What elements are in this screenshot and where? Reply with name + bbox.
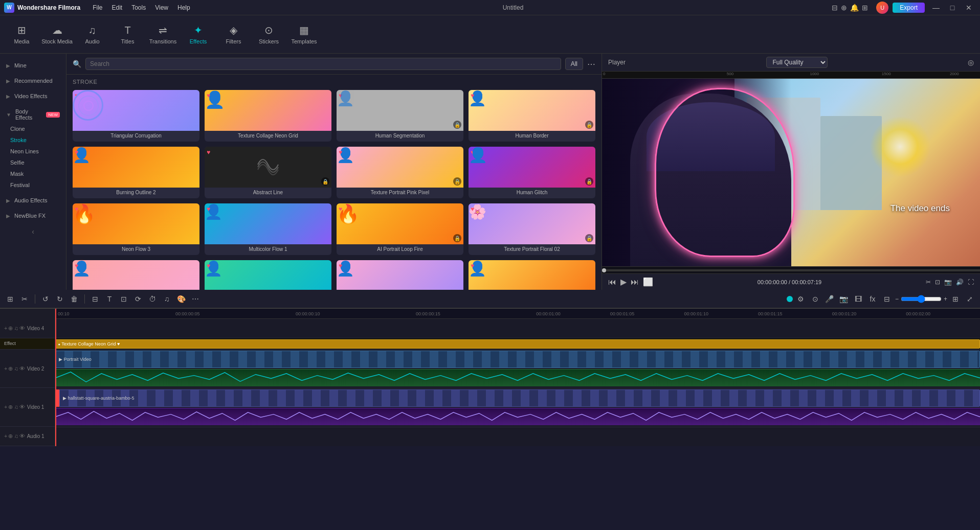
effect-card-neon-flow[interactable]: ♥ 🔥 Neon Flow 3 [73, 203, 199, 255]
track-a1-copy-icon[interactable]: ⊕ [8, 433, 13, 440]
effect-card-row4a[interactable]: ♥ 👤 [73, 260, 199, 290]
preview-icon-1[interactable]: ◎ [968, 58, 974, 66]
more-options-icon[interactable]: ⋯ [587, 59, 595, 69]
volume-icon[interactable]: 🔊 [956, 279, 964, 286]
snapshot-icon[interactable]: 📷 [944, 279, 952, 286]
tool-audio[interactable]: ♫ Audio [76, 18, 109, 51]
tl-film-icon[interactable]: 🎞 [852, 293, 864, 305]
tool-effects[interactable]: ✦ Effects [182, 18, 215, 51]
nav-icon-4[interactable]: ⊞ [862, 4, 868, 12]
track-copy-icon[interactable]: ⊕ [8, 325, 13, 332]
track-v2-eye-icon[interactable]: 👁 [19, 365, 25, 372]
sidebar-group-body-effects-header[interactable]: ▼ Body Effects NEW [0, 106, 66, 123]
tool-stock[interactable]: ☁ Stock Media [40, 18, 74, 51]
playhead[interactable] [55, 309, 56, 446]
effect-card-burning[interactable]: ♥ 👤 Burning Outline 2 [73, 147, 199, 198]
sidebar-item-festival[interactable]: Festival [0, 179, 66, 191]
effect-card-human-glitch[interactable]: ♥ 🔒 👤 👤 Human Glitch [469, 147, 595, 198]
menu-help[interactable]: Help [173, 3, 194, 12]
tl-speed-icon[interactable]: ⏱ [146, 293, 159, 305]
zoom-out-icon[interactable]: − [895, 295, 899, 303]
sidebar-item-clone[interactable]: Clone [0, 123, 66, 134]
close-button[interactable]: ✕ [962, 3, 976, 13]
nav-icon-3[interactable]: 🔔 [850, 4, 859, 12]
effect-card-human-seg[interactable]: ♥ 🔒 👤 Human Segmentation [337, 90, 463, 142]
crop-icon[interactable]: ⊡ [935, 279, 940, 286]
sidebar-group-video-effects-header[interactable]: ▶ Video Effects [0, 90, 66, 102]
track-a1-audio-toggle[interactable]: ♫ [14, 433, 18, 440]
skip-forward-button[interactable]: ⏭ [631, 278, 639, 287]
track-add-icon[interactable]: + [4, 325, 7, 332]
track-eye-icon[interactable]: 👁 [19, 325, 25, 332]
effect-card-row4c[interactable]: ♥ 👤 [337, 260, 463, 290]
tl-redo-icon[interactable]: ↻ [54, 293, 66, 305]
fullscreen-icon[interactable]: ⛶ [968, 279, 974, 286]
sidebar-group-mine-header[interactable]: ▶ Mine [0, 60, 66, 71]
tl-cut-icon[interactable]: ✂ [18, 293, 31, 305]
tool-titles[interactable]: T Titles [111, 18, 144, 51]
track-v1-add-icon[interactable]: + [4, 404, 7, 410]
tl-undo-icon[interactable]: ↺ [39, 293, 52, 305]
tl-text-icon[interactable]: T [103, 293, 116, 305]
tl-mic-icon[interactable]: 🎤 [823, 293, 836, 305]
effect-card-row4d[interactable]: ♥ 👤 [469, 260, 595, 290]
tool-stickers[interactable]: ⊙ Stickers [252, 18, 285, 51]
zoom-slider[interactable] [901, 295, 942, 303]
tl-subtitle-icon[interactable]: ⊟ [881, 293, 893, 305]
effect-card-texture-floral[interactable]: ♥ 🔒 🌸 Texture Portrait Floral 02 [469, 203, 595, 255]
tl-audio-icon[interactable]: ♫ [161, 293, 173, 305]
nav-icon-2[interactable]: ⊕ [841, 4, 847, 12]
track-v2-copy-icon[interactable]: ⊕ [8, 365, 13, 372]
tl-shield-icon[interactable]: ⊙ [809, 293, 821, 305]
search-input[interactable] [85, 58, 561, 70]
tool-templates[interactable]: ▦ Templates [287, 18, 321, 51]
scrubber-handle[interactable] [602, 268, 606, 272]
nav-icon-1[interactable]: ⊟ [832, 4, 838, 12]
panel-collapse-toggle[interactable]: ‹ [0, 227, 66, 236]
filter-all-button[interactable]: All [565, 58, 583, 70]
minimize-button[interactable]: — [929, 3, 943, 13]
effect-card-row4b[interactable]: ♥ 👤 [205, 260, 331, 290]
sidebar-group-newblue-header[interactable]: ▶ NewBlue FX [0, 210, 66, 221]
tool-transitions[interactable]: ⇌ Transitions [146, 18, 180, 51]
effect-card-triangular[interactable]: ♥ Triangular Corrugation [73, 90, 199, 142]
sidebar-group-audio-effects-header[interactable]: ▶ Audio Effects [0, 195, 66, 206]
track-v2-add-icon[interactable]: + [4, 365, 7, 372]
zoom-in-icon[interactable]: + [944, 295, 947, 303]
sidebar-item-mask[interactable]: Mask [0, 168, 66, 179]
play-button[interactable]: ▶ [620, 277, 627, 287]
tl-more-icon[interactable]: ⋯ [189, 293, 202, 305]
stop-button[interactable]: ⬜ [643, 277, 653, 287]
menu-file[interactable]: File [88, 3, 106, 12]
menu-view[interactable]: View [151, 3, 172, 12]
tl-crop-icon[interactable]: ⊡ [118, 293, 130, 305]
timeline-tracks-area[interactable]: 00:10 00:00:00:05 00:00:00:10 00:00:00:1… [55, 309, 980, 446]
track-a1-add-icon[interactable]: + [4, 433, 7, 440]
tl-grid-icon[interactable]: ⊞ [949, 293, 962, 305]
track-v2-audio-toggle[interactable]: ♫ [14, 365, 18, 372]
cut-icon[interactable]: ✂ [926, 279, 931, 286]
sidebar-item-selfie[interactable]: Selfie [0, 157, 66, 168]
tl-expand-icon[interactable]: ⤢ [964, 293, 976, 305]
effect-card-texture-collage[interactable]: ♥ 👤 Texture Collage Neon Grid [205, 90, 331, 142]
video1-main-clip[interactable]: ▶ hallstatt-square-austria-bambo-5 [59, 389, 980, 407]
tool-media[interactable]: ⊞ Media [5, 18, 38, 51]
effect-clip-texture[interactable]: ⬥ Texture Collage Neon Grid ♥ [55, 339, 980, 349]
video2-top-clip[interactable]: ▶ Portrait Video [55, 351, 980, 368]
effect-card-multicolor[interactable]: ♥ 👤 Multicolor Flow 1 [205, 203, 331, 255]
tl-record-icon[interactable] [787, 296, 793, 302]
effect-card-pink-pixel[interactable]: ♥ 🔒 👤 Texture Portrait Pink Pixel [337, 147, 463, 198]
effect-card-abstract[interactable]: ♥ 🔒 Abstract Line [205, 147, 331, 198]
track-v1-audio-toggle[interactable]: ♫ [14, 404, 18, 410]
track-a1-eye-icon[interactable]: 👁 [19, 433, 25, 440]
sidebar-item-stroke[interactable]: Stroke [0, 134, 66, 146]
tool-filters[interactable]: ◈ Filters [217, 18, 250, 51]
skip-back-button[interactable]: ⏮ [608, 278, 616, 287]
timeline-scrubber[interactable] [602, 266, 980, 273]
tl-fx-icon[interactable]: fx [866, 293, 879, 305]
tl-rotate-icon[interactable]: ⟳ [132, 293, 144, 305]
effect-card-human-border[interactable]: ♥ 🔒 👤 Human Border [469, 90, 595, 142]
sidebar-group-recommended-header[interactable]: ▶ Recommended [0, 75, 66, 86]
menu-edit[interactable]: Edit [107, 3, 126, 12]
tl-color-icon[interactable]: 🎨 [175, 293, 187, 305]
